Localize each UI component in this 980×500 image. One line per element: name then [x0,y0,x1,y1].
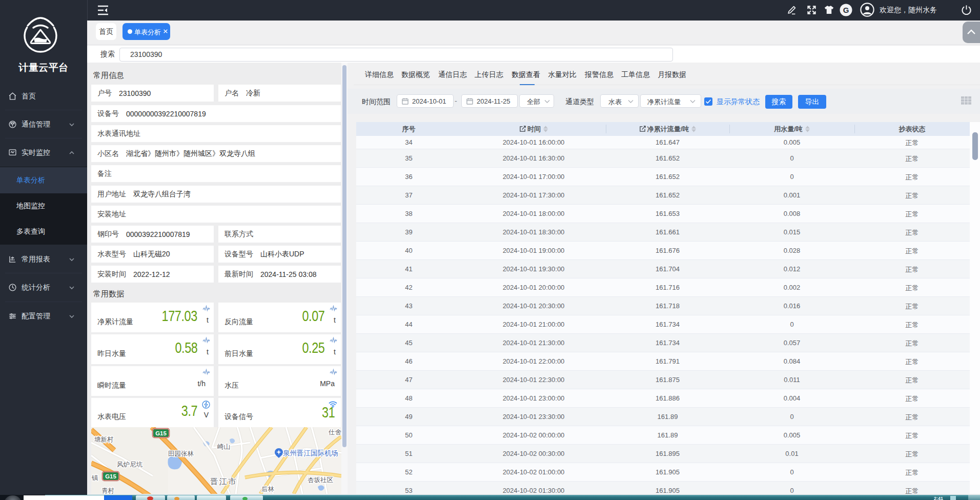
svg-text:G: G [843,6,849,14]
svg-text:青村: 青村 [101,487,114,494]
svg-text:G15: G15 [105,473,116,479]
svg-text:镇: 镇 [91,474,98,482]
svg-text:泉州晋江国际机场: 泉州晋江国际机场 [283,449,338,457]
svg-text:仕舍: 仕舍 [328,429,341,436]
svg-text:崎山: 崎山 [217,443,230,450]
svg-text:风炉尼坑: 风炉尼坑 [117,461,143,468]
svg-text:田园张林: 田园张林 [168,450,194,457]
svg-text:G15: G15 [155,430,167,436]
svg-text:杏坂社区: 杏坂社区 [308,476,334,484]
svg-text:塘新村: 塘新村 [94,436,114,443]
svg-text:晋江市: 晋江市 [210,477,237,486]
svg-text:后林: 后林 [261,486,275,493]
